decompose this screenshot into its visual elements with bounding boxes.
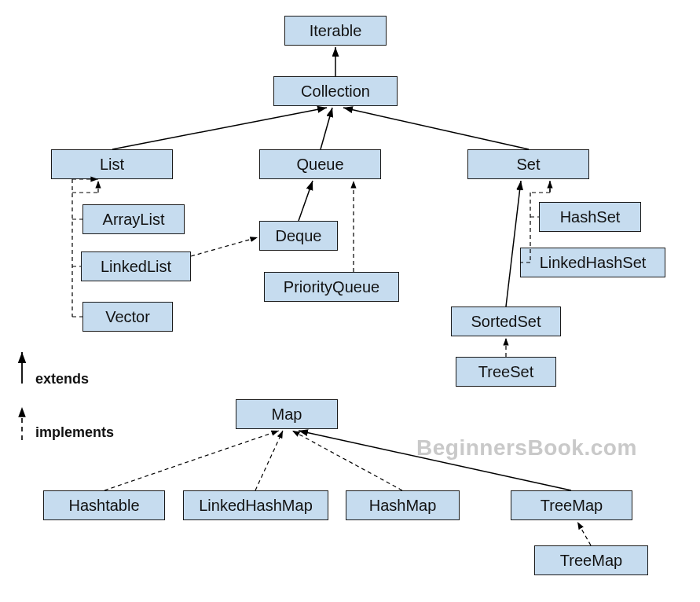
node-hashtable: Hashtable (43, 490, 165, 520)
svg-line-5 (506, 181, 521, 307)
svg-line-9 (72, 180, 94, 182)
svg-line-25 (104, 431, 279, 490)
node-iterable: Iterable (284, 16, 387, 46)
node-collection: Collection (273, 76, 398, 106)
svg-line-1 (112, 108, 327, 149)
svg-line-3 (343, 108, 529, 149)
node-linkedlist: LinkedList (81, 251, 191, 281)
legend-implements-label: implements (35, 424, 114, 441)
svg-line-4 (299, 181, 313, 221)
diagram-canvas: Iterable Collection List Queue Set Array… (0, 0, 700, 602)
node-arraylist: ArrayList (82, 204, 185, 234)
node-priorityqueue: PriorityQueue (264, 272, 399, 302)
legend-extends-label: extends (35, 371, 89, 387)
node-vector: Vector (82, 302, 173, 332)
node-hashmap: HashMap (346, 490, 460, 520)
node-treemap2: TreeMap (534, 545, 648, 575)
svg-line-27 (292, 431, 402, 490)
node-linkedhashset: LinkedHashSet (520, 248, 665, 277)
svg-line-2 (321, 108, 332, 149)
svg-line-29 (577, 522, 591, 545)
node-list: List (51, 149, 173, 179)
watermark-text: BeginnersBook.com (416, 435, 637, 461)
svg-line-26 (255, 431, 283, 490)
node-queue: Queue (259, 149, 381, 179)
node-map: Map (236, 399, 338, 429)
node-treeset: TreeSet (456, 357, 556, 387)
node-sortedset: SortedSet (451, 307, 561, 336)
node-treemap: TreeMap (511, 490, 632, 520)
node-deque: Deque (259, 221, 338, 251)
node-linkedhashmap: LinkedHashMap (183, 490, 328, 520)
node-hashset: HashSet (539, 202, 641, 232)
node-set: Set (467, 149, 589, 179)
svg-line-15 (191, 237, 258, 256)
